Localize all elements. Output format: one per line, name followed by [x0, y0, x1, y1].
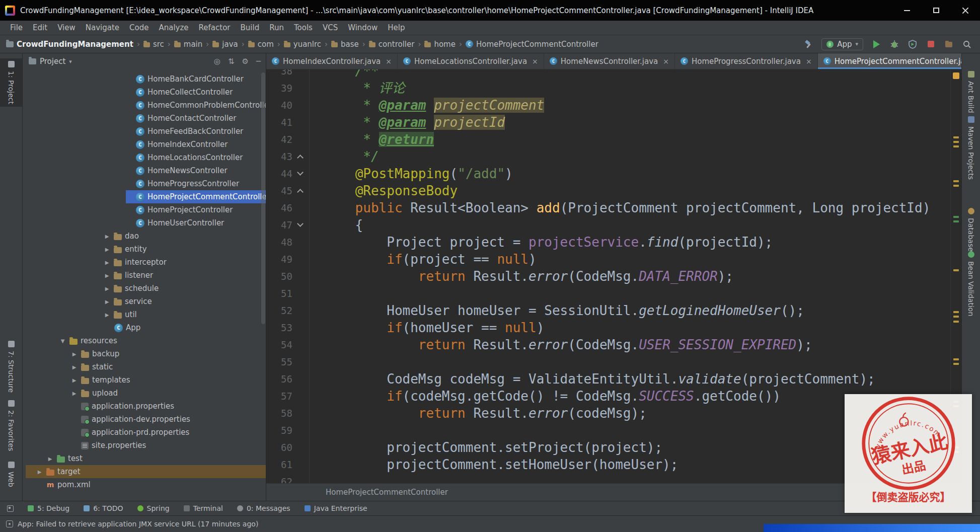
breadcrumb-item-controller[interactable]: controller: [369, 40, 415, 49]
tree-item-backup[interactable]: ▶backup: [23, 347, 266, 360]
menu-vcs[interactable]: VCS: [318, 21, 343, 35]
tree-expand-icon[interactable]: ▶: [70, 391, 78, 396]
tree-item-homecollectcontroller[interactable]: CHomeCollectController: [23, 86, 266, 99]
stripe-mark[interactable]: [953, 321, 959, 323]
collapse-all-button[interactable]: ⇅: [228, 57, 235, 66]
code-line[interactable]: 55: [266, 353, 950, 370]
tree-item-homenewscontroller[interactable]: CHomeNewsController: [23, 164, 266, 177]
tree-item-homeusercontroller[interactable]: CHomeUserController: [23, 216, 266, 230]
tree-expand-icon[interactable]: ▶: [70, 351, 78, 357]
editor-tab-homenewscontroller-java[interactable]: CHomeNewsController.java×: [544, 53, 675, 69]
code-line[interactable]: 43 */: [266, 148, 950, 165]
menu-edit[interactable]: Edit: [28, 21, 52, 35]
menu-window[interactable]: Window: [343, 21, 383, 35]
debug-button[interactable]: [889, 39, 899, 49]
tree-expand-icon[interactable]: ▶: [70, 377, 78, 383]
menu-tools[interactable]: Tools: [289, 21, 318, 35]
toolwindow-button-java-enterprise[interactable]: Java Enterprise: [305, 504, 367, 512]
stripe-mark[interactable]: [953, 269, 959, 271]
tool-button-7-structure[interactable]: 7: Structure: [0, 338, 22, 395]
tree-item-resources[interactable]: ▼resources: [23, 334, 266, 347]
tree-item-homecontactcontroller[interactable]: CHomeContactController: [23, 112, 266, 125]
toolwindow-button-6-todo[interactable]: 6: TODO: [84, 504, 123, 512]
close-button[interactable]: [951, 0, 980, 21]
tree-item-entity[interactable]: ▶entity: [23, 243, 266, 256]
menu-run[interactable]: Run: [264, 21, 289, 35]
tree-item-test[interactable]: ▶test: [23, 452, 266, 465]
code-line[interactable]: 48 Project project = projectService.find…: [266, 234, 950, 251]
code-line[interactable]: 42 * @return: [266, 131, 950, 148]
menu-analyze[interactable]: Analyze: [154, 21, 193, 35]
menu-code[interactable]: Code: [124, 21, 154, 35]
tree-item-templates[interactable]: ▶templates: [23, 373, 266, 387]
breadcrumb-item-base[interactable]: base: [331, 40, 359, 49]
coverage-button[interactable]: [908, 39, 918, 49]
maximize-button[interactable]: [922, 0, 951, 21]
editor-tab-homeindexcontroller-java[interactable]: CHomeIndexController.java×: [266, 53, 398, 69]
stripe-mark[interactable]: [953, 141, 959, 143]
breadcrumb-item-com[interactable]: com: [248, 40, 274, 49]
menu-build[interactable]: Build: [236, 21, 265, 35]
stripe-mark[interactable]: [953, 363, 959, 365]
tree-item-application-prd-properties[interactable]: application-prd.properties: [23, 426, 266, 439]
tree-item-site-properties[interactable]: site.properties: [23, 439, 266, 452]
tool-button-bean-validation[interactable]: Bean Validation: [962, 249, 980, 319]
tree-expand-icon[interactable]: ▶: [103, 273, 111, 278]
tree-item-target[interactable]: ▶target: [23, 465, 266, 478]
tree-expand-icon[interactable]: ▶: [36, 469, 43, 475]
stripe-mark[interactable]: [953, 185, 959, 187]
tree-item-homefeedbackcontroller[interactable]: CHomeFeedBackController: [23, 125, 266, 138]
code-line[interactable]: 52 HomeUser homeUser = SessionUtil.getLo…: [266, 302, 950, 319]
tool-button-1-project[interactable]: 1: Project: [0, 58, 22, 107]
search-everywhere-button[interactable]: [962, 39, 972, 49]
tool-button-database[interactable]: Database: [962, 205, 980, 254]
breadcrumb-item-main[interactable]: main: [174, 40, 202, 49]
tree-expand-icon[interactable]: ▶: [103, 312, 111, 318]
code-line[interactable]: 45 @ResponseBody: [266, 182, 950, 199]
breadcrumb-class-name[interactable]: HomeProjectCommentController: [326, 488, 448, 497]
breadcrumb-item-yuanlrc[interactable]: yuanlrc: [284, 40, 321, 49]
tree-expand-icon[interactable]: ▶: [103, 299, 111, 305]
tab-close-icon[interactable]: ×: [806, 57, 812, 65]
tree-item-upload[interactable]: ▶upload: [23, 387, 266, 400]
project-scrollbar[interactable]: [261, 72, 265, 324]
toolwindow-button-spring[interactable]: Spring: [137, 504, 170, 512]
tree-item-schedule[interactable]: ▶schedule: [23, 282, 266, 295]
code-line[interactable]: 39 * 评论: [266, 80, 950, 97]
build-hammer-icon[interactable]: [803, 39, 813, 49]
toolwindow-button-0-messages[interactable]: 0: Messages: [237, 504, 290, 512]
tool-button-web[interactable]: Web: [0, 459, 22, 490]
code-line[interactable]: 41 * @param projectId: [266, 114, 950, 131]
breadcrumb-item-crowdfundingmanagement[interactable]: CrowdFundingManagement: [6, 40, 133, 49]
toolwindow-switcher-icon[interactable]: [7, 505, 14, 512]
menu-help[interactable]: Help: [383, 21, 410, 35]
code-line[interactable]: 49 if(project == null): [266, 251, 950, 268]
tree-expand-icon[interactable]: ▶: [103, 234, 111, 239]
project-structure-button[interactable]: [944, 39, 954, 49]
stripe-mark[interactable]: [953, 220, 959, 222]
tree-expand-icon[interactable]: ▶: [70, 364, 78, 370]
tree-collapse-icon[interactable]: ▼: [59, 338, 66, 344]
chevron-down-icon[interactable]: ▾: [69, 58, 72, 65]
code-line[interactable]: 51: [266, 285, 950, 302]
minimize-button[interactable]: [892, 0, 922, 21]
tree-item-homelocationscontroller[interactable]: CHomeLocationsController: [23, 151, 266, 164]
code-line[interactable]: 50 return Result.error(CodeMsg.DATA_ERRO…: [266, 268, 950, 285]
code-line[interactable]: 47 {: [266, 216, 950, 234]
stripe-mark[interactable]: [953, 216, 959, 218]
tab-close-icon[interactable]: ×: [386, 57, 392, 65]
gutter-fold[interactable]: [292, 148, 310, 165]
breadcrumb-item-src[interactable]: src: [143, 40, 164, 49]
event-log-icon[interactable]: [6, 520, 13, 527]
stripe-mark[interactable]: [953, 311, 959, 313]
gutter-fold[interactable]: [292, 216, 310, 234]
editor-tab-homeprogresscontroller-java[interactable]: CHomeProgressController.java×: [675, 53, 818, 69]
breadcrumb-item-homeprojectcommentcontroller[interactable]: CHomeProjectCommentController: [466, 40, 598, 49]
code-line[interactable]: 53 if(homeUser == null): [266, 319, 950, 336]
project-panel-title[interactable]: Project: [40, 57, 65, 66]
menu-file[interactable]: File: [5, 21, 28, 35]
tree-item-pom-xml[interactable]: mpom.xml: [23, 478, 266, 491]
tool-button-maven-projects[interactable]: Maven Projects: [962, 114, 980, 182]
stripe-mark[interactable]: [953, 180, 959, 182]
inspections-indicator[interactable]: [953, 72, 959, 79]
